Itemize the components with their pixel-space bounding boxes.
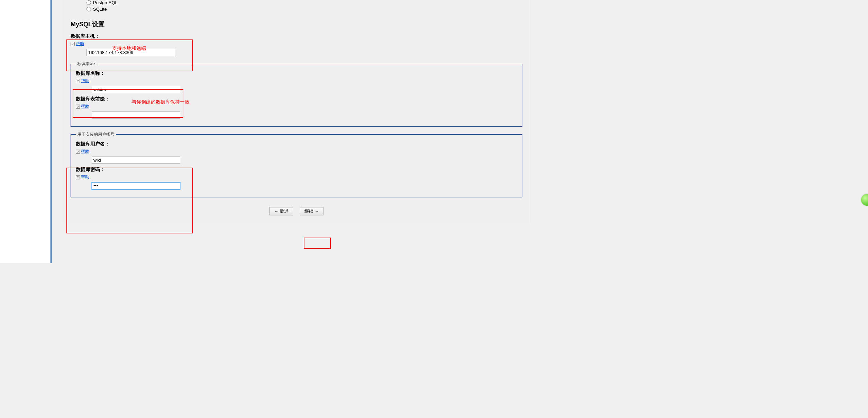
continue-button[interactable]: 继续 →: [300, 207, 324, 215]
db-password-input[interactable]: [92, 182, 180, 189]
help-icon: ?: [76, 105, 80, 109]
annotation-box-continue: [304, 238, 331, 249]
dbtype-postgresql-radio[interactable]: [86, 0, 91, 5]
db-prefix-label: 数据库表前缀：: [76, 96, 110, 101]
help-icon: ?: [71, 42, 75, 46]
help-icon: ?: [76, 150, 80, 154]
dbtype-postgresql-label: PostgreSQL: [93, 0, 118, 5]
back-button[interactable]: ← 后退: [269, 207, 293, 215]
db-password-help-link[interactable]: 帮助: [81, 174, 89, 180]
identify-wiki-fieldset: 标识本wiki 数据库名称： ? 帮助 数据库表前缀： ? 帮助: [71, 61, 522, 127]
db-host-input[interactable]: [86, 49, 175, 56]
help-icon: ?: [76, 175, 80, 179]
db-username-label: 数据库用户名：: [76, 141, 110, 146]
help-icon: ?: [76, 79, 80, 83]
dbtype-sqlite-radio[interactable]: [86, 7, 91, 11]
db-name-input[interactable]: [92, 86, 180, 93]
mysql-settings-heading: MySQL设置: [71, 20, 531, 28]
sidebar-divider: [51, 0, 52, 263]
install-account-legend: 用于安装的用户帐号: [76, 132, 116, 137]
db-name-block: 数据库名称： ? 帮助: [76, 70, 522, 93]
dbtype-sqlite-label: SQLite: [93, 7, 107, 12]
main-content: PostgreSQL SQLite MySQL设置 数据库主机： ? 帮助 标识…: [62, 0, 531, 224]
dbtype-postgresql-option[interactable]: PostgreSQL: [86, 0, 531, 5]
db-host-help-link[interactable]: 帮助: [76, 41, 84, 47]
db-host-label: 数据库主机：: [71, 33, 100, 39]
db-name-label: 数据库名称：: [76, 70, 105, 76]
db-password-label: 数据库密码：: [76, 167, 105, 172]
db-host-block: 数据库主机： ? 帮助: [71, 33, 531, 56]
db-prefix-help-link[interactable]: 帮助: [81, 104, 89, 109]
db-password-block: 数据库密码： ? 帮助: [76, 167, 522, 189]
db-username-block: 数据库用户名： ? 帮助: [76, 141, 522, 164]
left-sidebar: [0, 0, 50, 263]
db-username-help-link[interactable]: 帮助: [81, 149, 89, 154]
db-prefix-block: 数据库表前缀： ? 帮助: [76, 96, 522, 119]
db-prefix-input[interactable]: [92, 112, 180, 119]
nav-button-row: ← 后退 继续 →: [62, 202, 531, 224]
install-account-fieldset: 用于安装的用户帐号 数据库用户名： ? 帮助 数据库密码： ? 帮助: [71, 132, 522, 197]
db-username-input[interactable]: [92, 157, 180, 164]
dbtype-sqlite-option[interactable]: SQLite: [86, 7, 531, 12]
db-name-help-link[interactable]: 帮助: [81, 78, 89, 84]
floating-badge[interactable]: [861, 194, 868, 206]
identify-wiki-legend: 标识本wiki: [76, 61, 98, 67]
